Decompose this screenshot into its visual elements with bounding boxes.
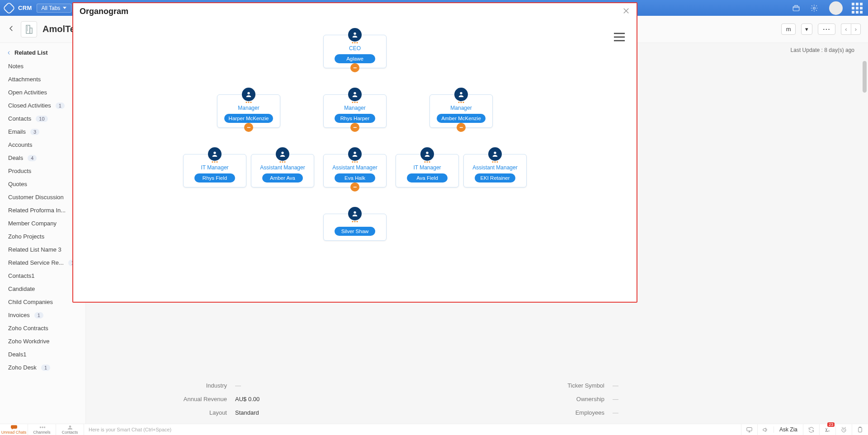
- person-icon: [276, 147, 289, 161]
- dots-icon: [458, 102, 464, 103]
- back-button[interactable]: [7, 24, 15, 34]
- org-chart: CEO Aglawe − Manager Harper McKenzie − M…: [73, 21, 637, 302]
- name-pill: EKI Retainer: [475, 173, 515, 182]
- dots-icon: [212, 161, 218, 163]
- field-label: Industry: [99, 382, 235, 389]
- dots-icon: [352, 102, 358, 103]
- sidebar-item-label: Deals1: [8, 351, 26, 358]
- scrollbar-thumb[interactable]: [863, 61, 867, 93]
- dots-icon: [246, 102, 252, 103]
- org-node-manager-1[interactable]: Manager Harper McKenzie −: [217, 94, 280, 128]
- org-node-ceo[interactable]: CEO Aglawe −: [323, 35, 387, 68]
- truncated-button-label: m: [786, 26, 791, 33]
- all-tabs-dropdown[interactable]: All Tabs: [37, 4, 72, 13]
- sidebar-item[interactable]: Invoices1: [0, 309, 85, 322]
- org-node-am-1[interactable]: Assistant Manager Amber Ava: [251, 154, 314, 187]
- role-label: Assistant Manager: [327, 164, 382, 171]
- chat-icon: [11, 425, 17, 430]
- count-badge: 1: [34, 312, 43, 318]
- svg-point-22: [354, 33, 356, 35]
- role-label: CEO: [327, 45, 382, 51]
- org-node-am-2[interactable]: Assistant Manager Eva Halk −: [323, 154, 387, 187]
- org-node-manager-2[interactable]: Manager Rhys Harper −: [323, 94, 387, 128]
- ask-zia-button[interactable]: Ask Zia: [774, 426, 803, 433]
- apps-grid-icon[interactable]: [851, 2, 863, 14]
- sidebar-item[interactable]: Zoho Workdrive: [0, 335, 85, 348]
- name-pill: Harper McKenzie: [224, 114, 274, 123]
- svg-point-26: [213, 152, 216, 154]
- clipboard-icon[interactable]: [852, 424, 868, 435]
- name-pill: Ava Field: [407, 173, 448, 182]
- detail-grid: Industry—Ticker Symbol—Annual RevenueAU$…: [86, 379, 868, 424]
- org-node-manager-3[interactable]: Manager Amber McKenzie −: [429, 94, 493, 128]
- sidebar-item-label: Child Companies: [8, 299, 53, 305]
- collapse-toggle[interactable]: −: [350, 182, 359, 192]
- sidebar-item-label: Attachments: [8, 76, 41, 83]
- person-icon: [348, 207, 362, 220]
- sidebar-header-label: Related List: [14, 49, 48, 56]
- svg-point-25: [460, 92, 462, 94]
- collapse-toggle[interactable]: −: [457, 123, 466, 132]
- language-icon[interactable]: [819, 424, 835, 435]
- field-value: AU$ 0.00: [235, 396, 259, 402]
- more-actions-button[interactable]: ···: [818, 23, 835, 35]
- person-icon: [348, 88, 362, 101]
- svg-rect-0: [793, 6, 799, 11]
- org-node-leaf[interactable]: Silver Shaw: [323, 214, 387, 241]
- bottom-tab-channels[interactable]: Channels: [28, 424, 56, 435]
- field-value: —: [235, 382, 241, 389]
- svg-rect-3: [30, 28, 32, 33]
- next-record-button[interactable]: ›: [851, 23, 861, 35]
- store-icon[interactable]: [792, 4, 800, 12]
- field-label: Ownership: [477, 396, 613, 402]
- sidebar-item-label: Open Activities: [8, 89, 47, 96]
- collapse-toggle[interactable]: −: [350, 63, 359, 72]
- org-node-it-1[interactable]: IT Manager Rhys Field: [183, 154, 246, 187]
- role-label: IT Manager: [187, 164, 242, 171]
- smart-chat-input[interactable]: Here is your Smart Chat (Ctrl+Space): [84, 424, 741, 435]
- name-pill: Amber McKenzie: [437, 114, 486, 123]
- monitor-icon[interactable]: [741, 424, 757, 435]
- close-icon[interactable]: [622, 7, 630, 16]
- alarm-icon[interactable]: [835, 424, 852, 435]
- svg-point-23: [247, 92, 250, 94]
- brand-label: CRM: [18, 5, 32, 11]
- sidebar-item-label: Zoho Workdrive: [8, 338, 50, 345]
- modal-header: Organogram: [73, 3, 637, 20]
- name-pill: Amber Ava: [262, 173, 303, 182]
- truncated-button[interactable]: m: [781, 23, 796, 35]
- sidebar-item-label: Zoho Projects: [8, 233, 44, 240]
- person-icon: [208, 147, 222, 161]
- refresh-icon[interactable]: [803, 424, 819, 435]
- sidebar-item-label: Notes: [8, 63, 24, 70]
- svg-point-33: [42, 426, 43, 428]
- org-node-it-2[interactable]: IT Manager Ava Field: [396, 154, 459, 187]
- prev-record-button[interactable]: ‹: [841, 23, 850, 35]
- megaphone-icon[interactable]: [757, 424, 774, 435]
- sidebar-item-label: Products: [8, 168, 31, 174]
- collapse-toggle[interactable]: −: [244, 123, 253, 132]
- sidebar-item-label: Quotes: [8, 181, 27, 187]
- dots-icon: [352, 161, 358, 163]
- scrollbar[interactable]: [861, 59, 868, 424]
- collapse-toggle[interactable]: −: [350, 123, 359, 132]
- svg-point-27: [281, 152, 283, 154]
- sidebar-item-label: Customer Discussion: [8, 194, 64, 201]
- sidebar-item[interactable]: Zoho Contracts: [0, 322, 85, 335]
- avatar[interactable]: [829, 1, 843, 15]
- org-node-am-3[interactable]: Assistant Manager EKI Retainer: [463, 154, 527, 187]
- sidebar-item-label: Related Service Re...: [8, 259, 64, 266]
- gear-icon[interactable]: [810, 4, 818, 12]
- bottom-tab-unread[interactable]: Unread Chats: [0, 424, 28, 435]
- dropdown-caret-button[interactable]: ▾: [801, 23, 812, 35]
- field-label: Employees: [477, 409, 613, 416]
- bottom-tab-contacts[interactable]: Contacts: [56, 424, 84, 435]
- role-label: Manager: [221, 105, 276, 111]
- channels-icon: [39, 425, 45, 430]
- sidebar-item[interactable]: Zoho Desk1: [0, 361, 85, 374]
- svg-point-29: [426, 152, 428, 154]
- sidebar-item[interactable]: Deals1: [0, 348, 85, 361]
- svg-point-32: [39, 426, 41, 428]
- brand-icon: [3, 1, 15, 14]
- person-icon: [348, 147, 362, 161]
